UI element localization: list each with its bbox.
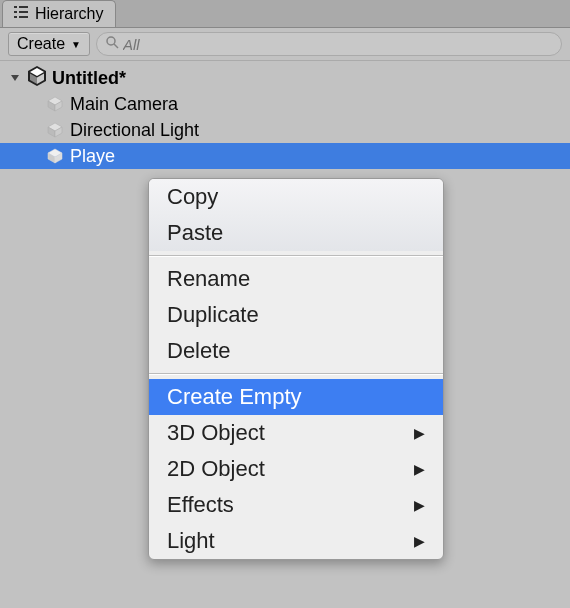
hierarchy-panel: Hierarchy Create ▼ [0,0,570,608]
dropdown-caret-icon: ▼ [71,39,81,50]
menu-item-copy[interactable]: Copy [149,179,443,215]
hierarchy-item[interactable]: Playe [0,143,570,169]
submenu-arrow-icon: ▶ [414,497,425,513]
menu-item-label: Create Empty [167,384,302,410]
menu-item-label: Copy [167,184,218,210]
hierarchy-icon [13,5,29,23]
menu-item-create-empty[interactable]: Create Empty [149,379,443,415]
menu-item-label: 2D Object [167,456,265,482]
menu-item-label: Duplicate [167,302,259,328]
search-box[interactable] [96,32,562,56]
menu-item-paste[interactable]: Paste [149,215,443,251]
svg-point-6 [107,37,115,45]
search-input[interactable] [123,36,553,53]
menu-item-duplicate[interactable]: Duplicate [149,297,443,333]
context-menu: Copy Paste Rename Duplicate Delete Creat… [148,178,444,560]
hierarchy-item-label: Main Camera [70,94,178,115]
submenu-arrow-icon: ▶ [414,425,425,441]
menu-separator [149,255,443,257]
scene-row[interactable]: Untitled* [0,65,570,91]
hierarchy-item[interactable]: Directional Light [0,117,570,143]
gameobject-icon [46,95,64,113]
menu-item-delete[interactable]: Delete [149,333,443,369]
submenu-arrow-icon: ▶ [414,461,425,477]
menu-item-label: Light [167,528,215,554]
gameobject-icon [46,147,64,165]
toolbar: Create ▼ [0,28,570,61]
menu-item-label: Paste [167,220,223,246]
svg-marker-8 [11,75,19,81]
foldout-icon[interactable] [8,73,22,83]
menu-item-label: Effects [167,492,234,518]
menu-item-effects[interactable]: Effects ▶ [149,487,443,523]
hierarchy-tree: Untitled* Main Camera Directional Li [0,61,570,169]
gameobject-icon [46,121,64,139]
menu-item-label: Delete [167,338,231,364]
tab-bar: Hierarchy [0,0,570,28]
hierarchy-item-label: Directional Light [70,120,199,141]
create-button-label: Create [17,35,65,53]
menu-item-label: 3D Object [167,420,265,446]
unity-logo-icon [26,65,48,92]
menu-separator [149,373,443,375]
menu-item-light[interactable]: Light ▶ [149,523,443,559]
menu-item-label: Rename [167,266,250,292]
menu-item-3d-object[interactable]: 3D Object ▶ [149,415,443,451]
tab-label: Hierarchy [35,5,103,23]
hierarchy-item-label: Playe [70,146,115,167]
tab-hierarchy[interactable]: Hierarchy [2,0,116,27]
create-button[interactable]: Create ▼ [8,32,90,56]
menu-item-rename[interactable]: Rename [149,261,443,297]
submenu-arrow-icon: ▶ [414,533,425,549]
svg-line-7 [114,44,118,48]
search-icon [105,35,119,53]
scene-name: Untitled* [52,68,126,89]
hierarchy-item[interactable]: Main Camera [0,91,570,117]
menu-item-2d-object[interactable]: 2D Object ▶ [149,451,443,487]
